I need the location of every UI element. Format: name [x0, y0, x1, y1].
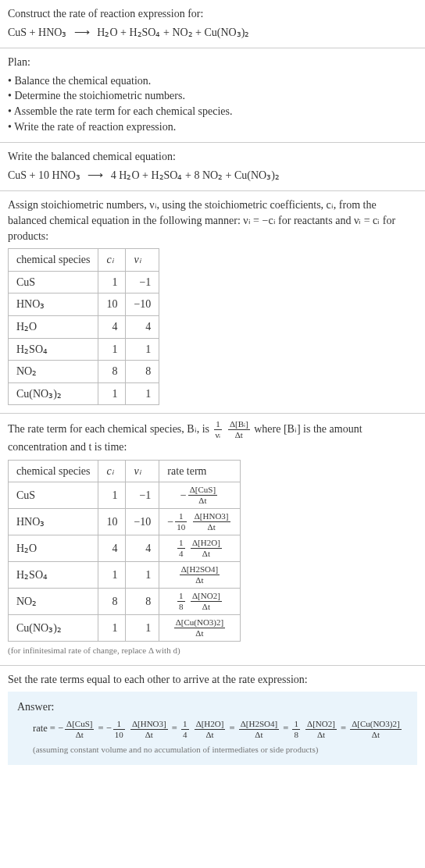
cell-species: Cu(NO₃)₂ [9, 615, 98, 642]
cell-v: 1 [126, 615, 159, 642]
rate-frac: Δ[CuS]Δt [63, 720, 95, 739]
cell-v: 4 [126, 535, 159, 562]
rate-frac: Δ[H2O]Δt [189, 539, 223, 558]
final-header: Set the rate terms equal to each other t… [8, 672, 417, 688]
cell-c: 8 [98, 361, 126, 383]
cell-c: 1 [98, 615, 126, 642]
rate-generic-frac: Δ[Bᵢ] Δt [227, 420, 252, 439]
rate-term: Δ[H2SO4]Δt [238, 723, 280, 734]
col-rate: rate term [159, 460, 240, 482]
arrow-icon: ⟶ [70, 27, 95, 38]
rate-coef: 110 [112, 720, 127, 739]
cell-rate: 14 Δ[H2O]Δt [159, 535, 240, 562]
rate-intro-text: The rate term for each chemical species,… [8, 423, 212, 435]
rate-term: −Δ[CuS]Δt [180, 489, 219, 500]
cell-v: −10 [126, 293, 159, 316]
cell-v: −10 [126, 509, 159, 535]
table-row: Cu(NO₃)₂11Δ[Cu(NO3)2]Δt [9, 615, 241, 642]
rate-term: −110 Δ[HNO3]Δt [106, 723, 170, 734]
rate-frac: Δ[H2SO4]Δt [178, 565, 221, 585]
rate-frac: Δ[NO2]Δt [304, 720, 338, 739]
balanced-section: Write the balanced chemical equation: Cu… [0, 143, 425, 190]
rate-section: The rate term for each chemical species,… [0, 414, 425, 665]
eqn-rhs: 4 H₂O + H₂SO₄ + 8 NO₂ + Cu(NO₃)₂ [111, 169, 280, 181]
equals-sign: = [283, 724, 288, 735]
rate-coef: 14 [176, 539, 187, 558]
cell-c: 1 [98, 382, 126, 405]
cell-species: CuS [9, 482, 98, 509]
cell-c: 1 [98, 482, 126, 509]
cell-c: 4 [98, 315, 126, 338]
equals-sign: = [98, 724, 104, 735]
plan-item: Determine the stoichiometric numbers. [8, 88, 417, 104]
rate-frac: Δ[H2O]Δt [193, 720, 227, 739]
cell-v: −1 [126, 482, 159, 509]
cell-species: Cu(NO₃)₂ [9, 382, 98, 405]
col-species: chemical species [9, 460, 98, 482]
plan-header: Plan: [8, 55, 417, 70]
prompt-section: Construct the rate of reaction expressio… [0, 0, 425, 48]
cell-species: H₂SO₄ [9, 338, 98, 361]
rate-term: Δ[H2SO4]Δt [178, 568, 221, 580]
stoich-section: Assign stoichiometric numbers, νᵢ, using… [0, 191, 425, 413]
rate-term: 14 Δ[H2O]Δt [176, 542, 223, 553]
rate-coef: 14 [180, 720, 191, 739]
cell-species: HNO₃ [9, 293, 98, 316]
table-row: Cu(NO₃)₂11 [9, 382, 159, 405]
rate-frac: Δ[HNO3]Δt [129, 720, 170, 739]
rate-coef: 18 [291, 720, 302, 739]
equals-sign: = [172, 724, 177, 735]
answer-label: Answer: [17, 699, 408, 715]
answer-equation: rate = −Δ[CuS]Δt = −110 Δ[HNO3]Δt = 14 Δ… [17, 720, 408, 739]
table-row: H₂SO₄11 [9, 338, 159, 361]
stoich-intro: Assign stoichiometric numbers, νᵢ, using… [8, 197, 417, 244]
final-section: Set the rate terms equal to each other t… [0, 666, 425, 688]
cell-species: H₂O [9, 535, 98, 562]
rate-frac: Δ[HNO3]Δt [191, 512, 232, 532]
cell-c: 1 [98, 338, 126, 361]
table-row: CuS1−1 [9, 271, 159, 293]
table-header-row: chemical species cᵢ νᵢ rate term [9, 460, 241, 482]
rate-term: Δ[Cu(NO3)2]Δt [173, 621, 227, 633]
col-species: chemical species [9, 249, 98, 272]
col-v: νᵢ [126, 460, 159, 482]
rate-generic-coef: 1 νᵢ [212, 420, 224, 439]
neg-sign: − [167, 516, 173, 528]
cell-species: HNO₃ [9, 509, 98, 535]
cell-rate: Δ[H2SO4]Δt [159, 562, 240, 589]
plan-item: Write the rate of reaction expression. [8, 119, 417, 135]
rate-prefix: rate = [33, 723, 58, 734]
table-row: H₂SO₄11Δ[H2SO4]Δt [9, 562, 241, 589]
table-row: H₂O44 [9, 315, 159, 338]
plan-section: Plan: Balance the chemical equation. Det… [0, 48, 425, 142]
eqn-rhs: H₂O + H₂SO₄ + NO₂ + Cu(NO₃)₂ [97, 27, 249, 38]
rate-frac: Δ[H2SO4]Δt [238, 720, 280, 739]
answer-box: Answer: rate = −Δ[CuS]Δt = −110 Δ[HNO3]Δ… [8, 692, 417, 765]
col-c: cᵢ [98, 249, 126, 272]
unbalanced-equation: CuS + HNO₃ ⟶ H₂O + H₂SO₄ + NO₂ + Cu(NO₃)… [8, 25, 417, 41]
rate-frac: Δ[Cu(NO3)2]Δt [173, 618, 227, 638]
cell-c: 10 [98, 293, 126, 316]
cell-c: 4 [98, 535, 126, 562]
table-header-row: chemical species cᵢ νᵢ [9, 249, 159, 272]
arrow-icon: ⟶ [83, 169, 108, 181]
cell-v: 8 [126, 589, 159, 615]
table-row: NO₂8818 Δ[NO2]Δt [9, 589, 241, 615]
balanced-equation: CuS + 10 HNO₃ ⟶ 4 H₂O + H₂SO₄ + 8 NO₂ + … [8, 168, 417, 183]
rate-term: −Δ[CuS]Δt [58, 723, 95, 734]
rate-term: 14 Δ[H2O]Δt [180, 723, 227, 734]
rate-term: Δ[Cu(NO3)2]Δt [348, 723, 402, 734]
rate-intro: The rate term for each chemical species,… [8, 420, 417, 455]
cell-rate: −Δ[CuS]Δt [159, 482, 240, 509]
rate-frac: Δ[CuS]Δt [187, 486, 219, 505]
cell-c: 8 [98, 589, 126, 615]
plan-item: Assemble the rate term for each chemical… [8, 104, 417, 119]
table-row: NO₂88 [9, 361, 159, 383]
equals-sign: = [230, 724, 235, 735]
table-row: HNO₃10−10 [9, 293, 159, 316]
rate-frac: Δ[NO2]Δt [189, 592, 223, 611]
prompt-text: Construct the rate of reaction expressio… [8, 6, 417, 22]
rate-footnote: (for infinitesimal rate of change, repla… [8, 645, 417, 656]
cell-v: 8 [126, 361, 159, 383]
balanced-header: Write the balanced chemical equation: [8, 149, 417, 165]
